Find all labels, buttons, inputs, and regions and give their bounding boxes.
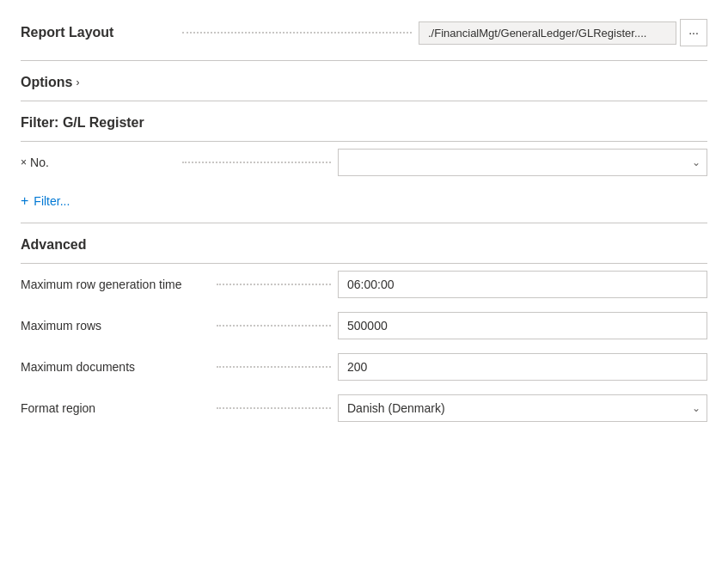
- report-layout-row: Report Layout ./FinancialMgt/GeneralLedg…: [21, 10, 707, 60]
- advanced-label-0: Maximum row generation time: [21, 278, 210, 291]
- advanced-label-3: Format region: [21, 401, 210, 415]
- advanced-row-3: Format region Danish (Denmark) English (…: [21, 388, 707, 429]
- advanced-section: Advanced Maximum row generation time Max…: [21, 223, 707, 429]
- advanced-dotted-2: [217, 366, 331, 368]
- filter-section: Filter: G/L Register × No. ⌄ + Filter...: [21, 101, 707, 223]
- filter-no-dotted: [182, 162, 331, 163]
- filter-no-input-container: ⌄: [338, 149, 707, 176]
- advanced-title: Advanced: [21, 237, 707, 253]
- filter-no-remove-icon[interactable]: ×: [21, 156, 27, 168]
- advanced-format-region-select[interactable]: Danish (Denmark) English (United States)…: [338, 394, 707, 422]
- advanced-dotted-0: [217, 284, 331, 285]
- advanced-label-2: Maximum documents: [21, 360, 210, 374]
- options-header[interactable]: Options ›: [21, 75, 707, 90]
- options-title: Options: [21, 75, 72, 90]
- report-layout-ellipsis-button[interactable]: ···: [680, 19, 707, 46]
- advanced-label-1: Maximum rows: [21, 319, 210, 333]
- filter-no-label-container: × No.: [21, 156, 175, 169]
- advanced-row-0: Maximum row generation time: [21, 264, 707, 305]
- filter-no-row: × No. ⌄: [21, 142, 707, 183]
- advanced-dotted-3: [217, 407, 331, 409]
- add-filter-label: Filter...: [34, 194, 70, 208]
- add-filter-plus-icon: +: [21, 193, 28, 209]
- advanced-format-region-container: Danish (Denmark) English (United States)…: [338, 394, 707, 422]
- filter-title: Filter: G/L Register: [21, 115, 707, 131]
- advanced-row-1: Maximum rows: [21, 305, 707, 346]
- add-filter-row[interactable]: + Filter...: [21, 183, 707, 223]
- advanced-input-max-row-time[interactable]: [338, 271, 707, 298]
- options-section: Options ›: [21, 61, 707, 101]
- page-container: Report Layout ./FinancialMgt/GeneralLedg…: [0, 0, 728, 449]
- advanced-input-max-documents[interactable]: [338, 353, 707, 381]
- advanced-input-max-rows[interactable]: [338, 312, 707, 339]
- advanced-dotted-1: [217, 325, 331, 327]
- report-layout-label: Report Layout: [21, 25, 175, 40]
- report-layout-value-container: ./FinancialMgt/GeneralLedger/GLRegister.…: [419, 19, 707, 46]
- report-layout-dotted: [182, 32, 412, 34]
- advanced-row-2: Maximum documents: [21, 346, 707, 388]
- report-layout-value: ./FinancialMgt/GeneralLedger/GLRegister.…: [419, 21, 676, 45]
- filter-no-label: No.: [30, 156, 49, 169]
- filter-no-select[interactable]: [338, 149, 707, 176]
- options-chevron-icon: ›: [76, 76, 79, 89]
